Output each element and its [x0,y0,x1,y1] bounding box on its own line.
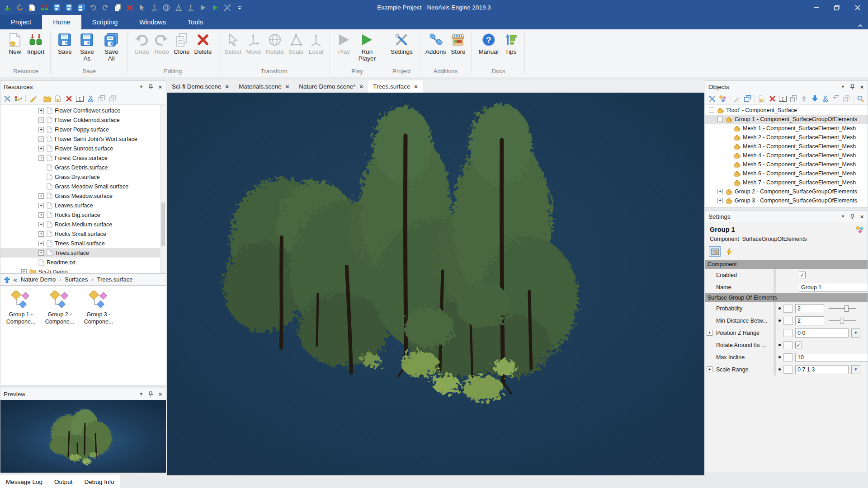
default-value-button[interactable] [783,305,793,313]
tree-item[interactable]: +Flower Goldenrod.surface [0,115,166,125]
expand-icon[interactable]: + [707,330,712,336]
tree-item[interactable]: +Grass Meadow.surface [0,191,166,201]
search-icon[interactable] [857,95,864,103]
menu-tab-windows[interactable]: Windows [128,15,177,29]
scale-range-input[interactable] [795,365,849,374]
default-value-button[interactable] [783,317,793,325]
cut-icon[interactable] [87,95,94,103]
new-resource-icon[interactable] [28,4,36,12]
tree-item[interactable]: +Flower Cornflower.surface [0,106,166,115]
expand-icon[interactable]: + [38,155,44,161]
settings-icon[interactable] [223,4,231,12]
import-button[interactable]: Import [25,32,47,56]
tab-materials[interactable]: Materials.scene× [234,80,294,93]
pin-icon[interactable] [147,391,155,398]
default-value-button[interactable] [783,329,793,337]
min-distance-input[interactable] [795,316,824,325]
probability-input[interactable] [795,304,824,313]
expand-icon[interactable]: + [38,241,44,246]
clone-icon[interactable] [113,4,122,12]
cut-icon[interactable] [821,95,829,103]
customize-dropdown-icon[interactable] [236,4,244,12]
up-icon[interactable] [4,277,10,283]
expand-icon[interactable]: + [38,193,44,199]
expand-icon[interactable]: + [707,366,712,372]
tree-item-root[interactable]: −'Root' - Component_Surface [705,106,868,115]
expand-icon[interactable]: + [38,231,44,237]
breadcrumb-item[interactable]: Nature Demo [21,276,56,283]
close-tab-icon[interactable]: × [360,83,363,90]
position-z-range-input[interactable] [795,328,849,338]
expand-icon[interactable]: + [717,198,723,203]
close-tab-icon[interactable]: × [286,83,289,90]
tree-item[interactable]: +Forest Grass.surface [0,153,166,163]
preview-viewport[interactable] [0,400,166,473]
copy-icon[interactable] [832,95,840,103]
expand-icon[interactable]: + [38,146,44,151]
menu-tab-home[interactable]: Home [42,15,81,29]
panel-menu-icon[interactable]: ▼ [137,84,145,90]
save-as-button[interactable]: Save As [75,32,99,63]
save-all-icon[interactable] [77,4,85,12]
tree-item[interactable]: Grass Meadow Small.surface [0,182,166,191]
delete-icon[interactable] [769,95,776,103]
rename-icon[interactable] [76,95,84,103]
tree-item-mesh[interactable]: Mesh 6 - Component_SurfaceElement_Mesh [705,169,868,178]
tab-nature-demo[interactable]: Nature Demo.scene*× [294,80,368,93]
panel-menu-icon[interactable]: ▼ [137,391,145,398]
expand-icon[interactable]: + [38,250,44,256]
restore-button[interactable] [826,0,847,15]
min-distance-slider[interactable] [829,317,856,325]
default-value-button[interactable] [783,341,793,349]
collapse-icon[interactable]: − [709,108,714,113]
save-as-icon[interactable] [65,4,73,12]
list-item-group3[interactable]: Group 3 - Compone... [79,291,118,325]
expand-icon[interactable]: + [38,136,44,142]
close-tab-icon[interactable]: × [226,83,229,90]
scene-viewport[interactable] [167,93,704,475]
list-item-group2[interactable]: Group 2 - Compone... [40,291,79,325]
default-value-button[interactable] [783,353,793,361]
menu-tab-scripting[interactable]: Scripting [81,15,128,29]
menu-tab-project[interactable]: Project [0,15,42,29]
delete-icon[interactable] [65,95,73,103]
expand-icon[interactable]: + [717,189,723,194]
store-button[interactable]: Store [448,32,468,56]
clone-button[interactable]: Clone [171,32,192,56]
tab-message-log[interactable]: Message Log [6,479,42,485]
default-value-button[interactable] [783,366,793,374]
expand-icon[interactable]: + [38,212,44,218]
tab-trees-surface[interactable]: Trees.surface× [368,80,423,93]
tree-item-mesh[interactable]: Mesh 5 - Component_SurfaceElement_Mesh [705,160,868,169]
tree-item[interactable]: +Flower Saint John's Wort.surface [0,134,166,144]
sync-icon[interactable] [16,4,24,12]
tree-item[interactable]: +Rocks Big.surface [0,210,166,220]
tree-item-mesh[interactable]: Mesh 2 - Component_SurfaceElement_Mesh [705,133,868,142]
run-player-icon[interactable] [211,4,219,12]
tree-item-group3[interactable]: +Group 3 - Component_SurfaceGroupOfEleme… [705,196,868,205]
rotate-around-checkbox[interactable]: ✓ [795,342,802,348]
close-icon[interactable]: × [156,391,164,398]
tips-button[interactable]: Tips [501,32,521,56]
tree-item[interactable]: +Flower Poppy.surface [0,125,166,134]
list-item-group1[interactable]: Group 1 - Compone... [1,291,40,325]
run-player-button[interactable]: Run Player [354,32,380,63]
collapse-breadcrumb-icon[interactable]: « [14,276,17,283]
enabled-checkbox[interactable]: ✓ [799,272,806,278]
tree-item[interactable]: +Flower Sunroot.surface [0,144,166,153]
tree-item[interactable]: +Rocks Medium.surface [0,220,166,229]
tree-item-group1-selected[interactable]: −Group 1 - Component_SurfaceGroupOfEleme… [705,115,868,124]
tree-item-selected[interactable]: +Trees.surface [0,248,166,258]
tree-item-mesh[interactable]: Mesh 4 - Component_SurfaceElement_Mesh [705,151,868,160]
settings-icon[interactable] [4,95,11,103]
transform-icon[interactable] [719,95,726,103]
name-input[interactable] [799,283,868,292]
collapse-ribbon-icon[interactable] [858,24,863,27]
tree-item[interactable]: Grass Debris.surface [0,163,166,172]
close-icon[interactable]: × [858,84,866,90]
close-icon[interactable]: × [156,84,164,90]
panel-menu-icon[interactable]: ▼ [839,84,847,90]
tree-item[interactable]: +Trees Small.surface [0,239,166,248]
tab-output[interactable]: Output [54,479,73,485]
rename-icon[interactable] [779,95,787,103]
